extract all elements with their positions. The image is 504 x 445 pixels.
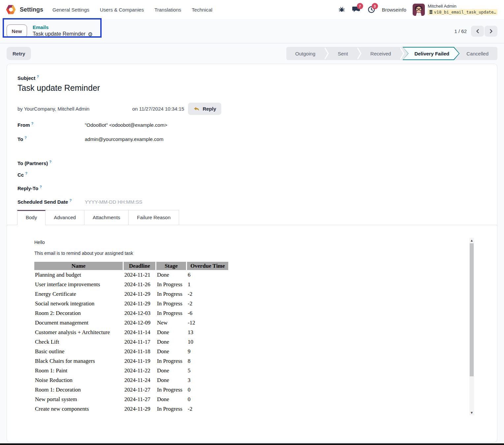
main-menu: General Settings Users & Companies Trans…: [52, 5, 213, 15]
menu-users-companies[interactable]: Users & Companies: [99, 5, 144, 15]
cc-help-icon[interactable]: ?: [25, 171, 27, 175]
task-row: Check Lift2024-11-17Done10: [34, 337, 228, 347]
task-row: Room 1: Paint2024-11-22Done5: [34, 366, 228, 375]
task-row: Create new components2024-11-29In Progre…: [34, 404, 228, 414]
menu-technical[interactable]: Technical: [191, 5, 213, 15]
pager-previous-button[interactable]: [471, 26, 484, 37]
to-value[interactable]: admin@yourcompany.example.com: [85, 136, 163, 142]
reply-arrow-icon: [193, 106, 200, 112]
status-delivery-failed-label: Delivery Failed: [414, 51, 449, 56]
chevron-left-icon: [476, 29, 480, 34]
reply-to-label: Reply-To?: [17, 186, 85, 191]
breadcrumb-emails-link[interactable]: Emails: [33, 24, 93, 31]
cc-label: Cc?: [17, 172, 85, 178]
field-from: From? "OdooBot" <odoobot@example.com>: [17, 122, 487, 128]
new-button[interactable]: New: [7, 24, 27, 38]
task-row: User interface improvements2024-11-26In …: [34, 280, 228, 289]
tab-advanced[interactable]: Advanced: [45, 210, 84, 225]
scrollbar-thumb[interactable]: [470, 243, 474, 376]
retry-button[interactable]: Retry: [7, 47, 31, 60]
breadcrumb: Emails Task update Reminder ⚙: [33, 24, 93, 38]
task-row: Customer analysis + Architecture2024-11-…: [34, 328, 228, 337]
avatar: [413, 4, 425, 16]
email-body-content: Hello This email is to remind about your…: [7, 225, 497, 416]
scheduled-help-icon[interactable]: ?: [69, 198, 72, 202]
to-help-icon[interactable]: ?: [24, 136, 27, 140]
subject-label-row: Subject?: [17, 75, 487, 81]
task-row: Noise Reduction2024-11-24Done3: [34, 376, 228, 385]
odoo-logo-icon[interactable]: [6, 5, 16, 15]
company-switcher[interactable]: Browseinfo: [382, 7, 406, 13]
breadcrumb-current-label: Task update Reminder: [33, 31, 85, 38]
field-scheduled-send-date: Scheduled Send Date? YYYY-MM-DD HH:MM:SS: [17, 199, 487, 205]
task-row: Basic outline2024-11-18Done9: [34, 347, 228, 356]
pager-next-button[interactable]: [485, 26, 497, 37]
task-row: Social network integration2024-11-29In P…: [34, 299, 228, 308]
user-info: Mitchell Admin v18_bi_email_task_update…: [428, 4, 497, 15]
task-row: Energy Certificate2024-11-29In Progress-…: [34, 290, 228, 299]
table-header-cell: Stage: [156, 262, 186, 270]
field-reply-to: Reply-To?: [17, 186, 487, 191]
task-row: Document management2024-12-09New-12: [34, 318, 228, 327]
user-name: Mitchell Admin: [428, 4, 497, 9]
debug-bug-icon[interactable]: [337, 5, 346, 14]
task-row: Black Chairs for managers2024-11-19In Pr…: [34, 357, 228, 366]
reply-label: Reply: [203, 106, 216, 112]
scrollbar-down-arrow[interactable]: ▼: [469, 410, 474, 415]
to-partners-help-icon[interactable]: ?: [49, 160, 51, 164]
table-header-cell: Deadline: [124, 262, 155, 270]
task-table: NameDeadlineStageOverdue Time Planning a…: [33, 261, 229, 416]
menu-translations[interactable]: Translations: [154, 5, 182, 15]
status-separator-icon: [357, 47, 362, 60]
scrollbar-up-arrow[interactable]: ▲: [469, 238, 474, 243]
task-table-header-row: NameDeadlineStageOverdue Time: [34, 262, 228, 270]
database-name: v18_bi_email_task_update…: [434, 10, 496, 15]
gear-icon[interactable]: ⚙: [88, 31, 93, 38]
database-chip: v18_bi_email_task_update…: [428, 9, 497, 15]
app-title[interactable]: Settings: [20, 6, 43, 13]
body-scrollbar[interactable]: ▲ ▼: [469, 238, 474, 415]
chevron-right-icon: [489, 29, 493, 34]
database-icon: [429, 10, 433, 14]
task-table-body: Planning and budget2024-11-21Done6User i…: [34, 270, 228, 416]
activities-clock-icon[interactable]: 3: [367, 5, 376, 14]
pager-count: 1 / 62: [454, 28, 467, 34]
email-greeting: Hello: [34, 240, 497, 245]
task-row: Room 1: Decoration2024-11-27In Progress0: [34, 385, 228, 394]
subject-value[interactable]: Task update Reminder: [17, 83, 487, 93]
user-menu[interactable]: Mitchell Admin v18_bi_email_task_update…: [413, 4, 497, 16]
form-sheet: Subject? Task update Reminder by YourCom…: [7, 64, 497, 442]
from-value[interactable]: "OdooBot" <odoobot@example.com>: [85, 122, 167, 128]
breadcrumb-current: Task update Reminder ⚙: [33, 31, 93, 38]
sent-date: on 11/27/2024 10:34:15: [132, 106, 184, 112]
from-help-icon[interactable]: ?: [31, 121, 34, 125]
tab-body[interactable]: Body: [17, 210, 46, 225]
scheduled-send-date-label: Scheduled Send Date?: [17, 199, 85, 205]
pager: 1 / 62: [454, 26, 497, 37]
status-delivery-failed[interactable]: Delivery Failed: [402, 47, 459, 60]
status-received[interactable]: Received: [362, 47, 400, 60]
byline: by YourCompany, Mitchell Admin: [17, 106, 132, 112]
tab-attachments[interactable]: Attachments: [84, 210, 129, 225]
tab-failure-reason[interactable]: Failure Reason: [128, 210, 179, 225]
bottom-bar: [0, 443, 504, 445]
status-pipeline: Outgoing Sent Received Delivery Failed C…: [286, 47, 497, 60]
email-body-region: Hello This email is to remind about your…: [7, 225, 497, 416]
menu-general-settings[interactable]: General Settings: [52, 5, 90, 15]
notebook-tabs: Body Advanced Attachments Failure Reason: [7, 210, 497, 225]
subject-help-icon[interactable]: ?: [37, 75, 39, 79]
reply-button[interactable]: Reply: [188, 103, 221, 115]
table-header-cell: Overdue Time: [187, 262, 228, 270]
reply-to-help-icon[interactable]: ?: [40, 185, 42, 189]
status-sent[interactable]: Sent: [329, 47, 357, 60]
action-bar: Retry Outgoing Sent Received Delivery Fa…: [0, 43, 504, 64]
to-partners-label: To (Partners)?: [17, 160, 85, 166]
to-label: To?: [17, 136, 85, 142]
messages-icon[interactable]: 7: [352, 5, 361, 14]
status-outgoing[interactable]: Outgoing: [286, 47, 324, 60]
pager-buttons: [471, 26, 497, 37]
status-separator-icon: [324, 47, 329, 60]
status-cancelled[interactable]: Cancelled: [457, 47, 497, 60]
scheduled-send-date-input[interactable]: YYYY-MM-DD HH:MM:SS: [85, 199, 142, 205]
subject-label: Subject: [17, 75, 35, 81]
